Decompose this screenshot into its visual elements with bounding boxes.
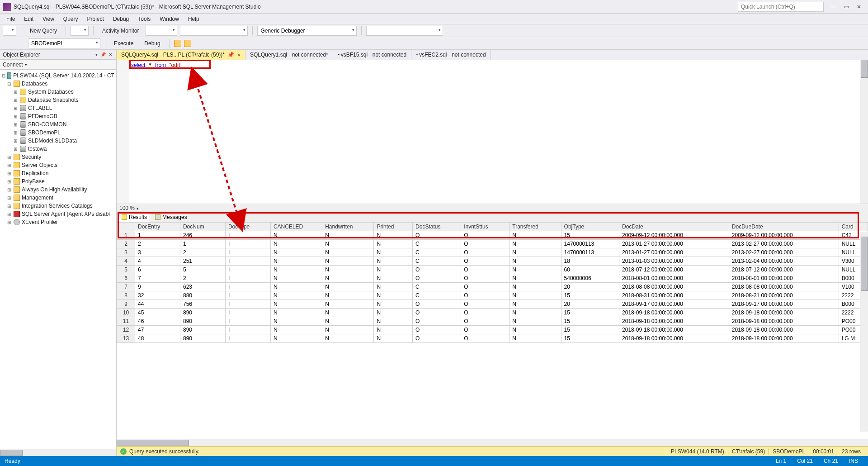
grid-cell[interactable]: N xyxy=(322,274,374,283)
grid-cell[interactable]: 2018-07-12 00:00:00.000 xyxy=(619,266,729,274)
grid-cell[interactable]: N xyxy=(270,283,322,291)
menu-file[interactable]: File xyxy=(2,14,19,24)
grid-cell[interactable]: 2013-01-27 00:00:00.000 xyxy=(619,248,729,257)
connect-button[interactable]: Connect xyxy=(0,60,116,70)
grid-cell[interactable]: 890 xyxy=(180,317,225,326)
grid-cell[interactable]: 890 xyxy=(180,334,225,343)
grid-cell[interactable]: O xyxy=(413,326,461,334)
grid-cell[interactable]: 2 xyxy=(135,240,180,248)
grid-cell[interactable]: C xyxy=(413,248,461,257)
table-row[interactable]: 11246INNNOON152009-09-12 00:00:00.000200… xyxy=(117,231,868,240)
grid-cell[interactable]: N xyxy=(270,291,322,300)
grid-cell[interactable]: N xyxy=(322,231,374,240)
tree-node[interactable]: ⊞XEvent Profiler xyxy=(0,218,116,226)
menu-debug[interactable]: Debug xyxy=(108,14,133,24)
grid-cell[interactable]: O xyxy=(461,266,509,274)
tree-node[interactable]: ⊞System Databases xyxy=(0,88,116,96)
grid-cell[interactable]: I xyxy=(225,257,270,266)
grid-cell[interactable]: N xyxy=(270,257,322,266)
table-row[interactable]: 565INNNOON602018-07-12 00:00:00.0002018-… xyxy=(117,266,868,274)
grid-cell[interactable]: N xyxy=(374,334,413,343)
grid-cell[interactable]: 5 xyxy=(180,266,225,274)
grid-cell[interactable]: 3 xyxy=(135,248,180,257)
table-row[interactable]: 672INNNOON5400000062018-08-01 00:00:00.0… xyxy=(117,274,868,283)
grid-cell[interactable]: N xyxy=(322,326,374,334)
grid-cell[interactable]: N xyxy=(509,334,561,343)
grid-cell[interactable]: 2018-09-17 00:00:00.000 xyxy=(619,300,729,309)
grid-header[interactable]: CANCELED xyxy=(270,223,322,231)
grid-cell[interactable]: 2013-02-04 00:00:00.000 xyxy=(729,257,839,266)
grid-cell[interactable]: 2018-08-31 00:00:00.000 xyxy=(619,291,729,300)
grid-cell[interactable]: I xyxy=(225,291,270,300)
results-grid[interactable]: DocEntryDocNumDocTypeCANCELEDHandwrttenP… xyxy=(117,222,868,343)
dropdown-icon[interactable]: ▾ xyxy=(95,52,98,57)
grid-cell[interactable]: O xyxy=(413,231,461,240)
tree-node[interactable]: ⊞SQL Server Agent (Agent XPs disabl xyxy=(0,210,116,218)
grid-cell[interactable]: 18 xyxy=(561,257,619,266)
grid-header[interactable]: InvntSttus xyxy=(461,223,509,231)
grid-cell[interactable]: 2018-09-18 00:00:00.000 xyxy=(619,334,729,343)
grid-cell[interactable]: N xyxy=(322,317,374,326)
grid-cell[interactable]: O xyxy=(413,309,461,317)
grid-vscroll[interactable] xyxy=(860,232,868,432)
grid-cell[interactable]: 2013-02-27 00:00:00.000 xyxy=(729,248,839,257)
grid-cell[interactable]: 246 xyxy=(180,231,225,240)
grid-cell[interactable]: 2018-09-18 00:00:00.000 xyxy=(729,334,839,343)
table-row[interactable]: 79623INNNCON202018-08-08 00:00:00.000201… xyxy=(117,283,868,291)
grid-cell[interactable]: 2018-07-12 00:00:00.000 xyxy=(729,266,839,274)
grid-cell[interactable]: 2018-09-18 00:00:00.000 xyxy=(729,326,839,334)
document-tab[interactable]: ~vsFEC2.sql - not connected xyxy=(411,50,491,60)
tree-node[interactable]: ⊞SBO-COMMON xyxy=(0,120,116,128)
grid-cell[interactable]: N xyxy=(509,240,561,248)
table-row[interactable]: 221INNNCON14700001132013-01-27 00:00:00.… xyxy=(117,240,868,248)
empty-drop-1[interactable] xyxy=(146,26,177,36)
table-row[interactable]: 1146890INNNOON152018-09-18 00:00:00.0002… xyxy=(117,317,868,326)
grid-cell[interactable]: O xyxy=(461,248,509,257)
grid-cell[interactable]: 7 xyxy=(135,274,180,283)
grid-cell[interactable]: 2018-09-18 00:00:00.000 xyxy=(619,309,729,317)
grid-cell[interactable]: N xyxy=(509,257,561,266)
grid-cell[interactable]: 1 xyxy=(135,231,180,240)
grid-cell[interactable]: 4 xyxy=(135,257,180,266)
grid-cell[interactable]: N xyxy=(322,240,374,248)
grid-cell[interactable]: 20 xyxy=(561,283,619,291)
grid-cell[interactable]: N xyxy=(270,274,322,283)
grid-header[interactable]: DocNum xyxy=(180,223,225,231)
menu-project[interactable]: Project xyxy=(83,14,108,24)
grid-cell[interactable]: 880 xyxy=(180,291,225,300)
grid-cell[interactable]: C xyxy=(413,240,461,248)
grid-header[interactable]: DocType xyxy=(225,223,270,231)
grid-cell[interactable]: N xyxy=(270,309,322,317)
grid-cell[interactable]: 15 xyxy=(561,309,619,317)
object-explorer-hscroll[interactable] xyxy=(0,449,116,456)
grid-cell[interactable]: O xyxy=(413,266,461,274)
grid-cell[interactable]: I xyxy=(225,334,270,343)
grid-cell[interactable]: 2009-09-12 00:00:00.000 xyxy=(619,231,729,240)
grid-cell[interactable]: 15 xyxy=(561,291,619,300)
grid-cell[interactable]: 5 xyxy=(117,266,135,274)
grid-cell[interactable]: 2018-09-17 00:00:00.000 xyxy=(729,300,839,309)
grid-cell[interactable]: 6 xyxy=(135,266,180,274)
grid-cell[interactable]: I xyxy=(225,283,270,291)
grid-cell[interactable]: O xyxy=(413,274,461,283)
grid-header[interactable]: Transfered xyxy=(509,223,561,231)
grid-cell[interactable]: N xyxy=(270,300,322,309)
grid-cell[interactable]: N xyxy=(270,334,322,343)
grid-hscroll[interactable] xyxy=(117,439,868,446)
grid-cell[interactable]: O xyxy=(461,283,509,291)
grid-cell[interactable]: N xyxy=(270,240,322,248)
grid-cell[interactable]: I xyxy=(225,231,270,240)
sql-code[interactable]: select * from "odrf" xyxy=(131,62,860,69)
tree-node[interactable]: ⊞PFDemoGB xyxy=(0,112,116,120)
grid-cell[interactable]: 1 xyxy=(117,231,135,240)
messages-tab[interactable]: Messages xyxy=(152,213,190,222)
grid-cell[interactable]: N xyxy=(322,334,374,343)
grid-cell[interactable]: N xyxy=(270,326,322,334)
tree-node[interactable]: ⊞Always On High Availability xyxy=(0,185,116,194)
grid-cell[interactable]: N xyxy=(374,240,413,248)
nav-back-dropdown[interactable] xyxy=(3,26,16,36)
grid-header[interactable]: DocDate xyxy=(619,223,729,231)
tree-node[interactable]: ⊟Databases xyxy=(0,80,116,88)
grid-cell[interactable]: 2018-08-08 00:00:00.000 xyxy=(729,283,839,291)
grid-cell[interactable]: 11 xyxy=(117,317,135,326)
